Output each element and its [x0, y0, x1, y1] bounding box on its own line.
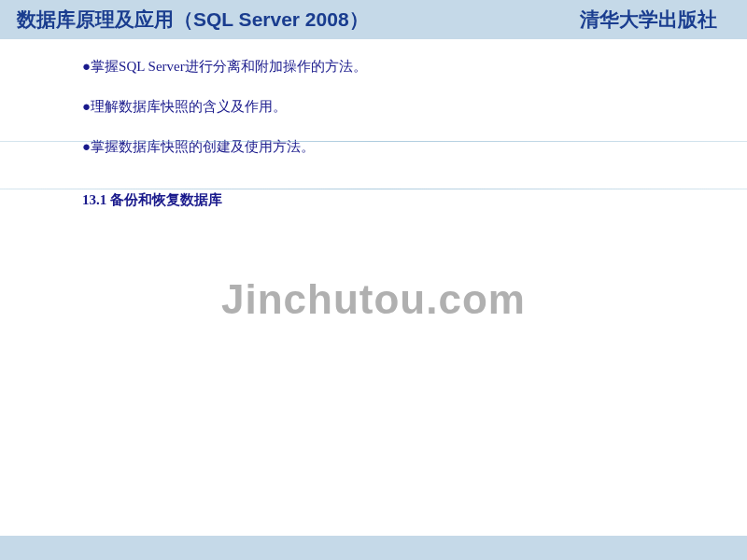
bullet-item: ●理解数据库快照的含义及作用。 — [0, 98, 747, 116]
divider-line — [0, 189, 747, 189]
slide-footer — [0, 536, 747, 560]
slide-content: ●掌握SQL Server进行分离和附加操作的方法。 ●理解数据库快照的含义及作… — [0, 39, 747, 560]
slide-header: 数据库原理及应用（SQL Server 2008） 清华大学出版社 — [0, 0, 747, 39]
watermark-text: Jinchutou.com — [221, 276, 526, 323]
bullet-item: ●掌握SQL Server进行分离和附加操作的方法。 — [0, 58, 747, 76]
section-heading: 13.1 备份和恢复数据库 — [0, 191, 747, 209]
publisher: 清华大学出版社 — [580, 7, 717, 33]
book-title: 数据库原理及应用（SQL Server 2008） — [17, 7, 369, 33]
divider-line — [0, 141, 747, 142]
